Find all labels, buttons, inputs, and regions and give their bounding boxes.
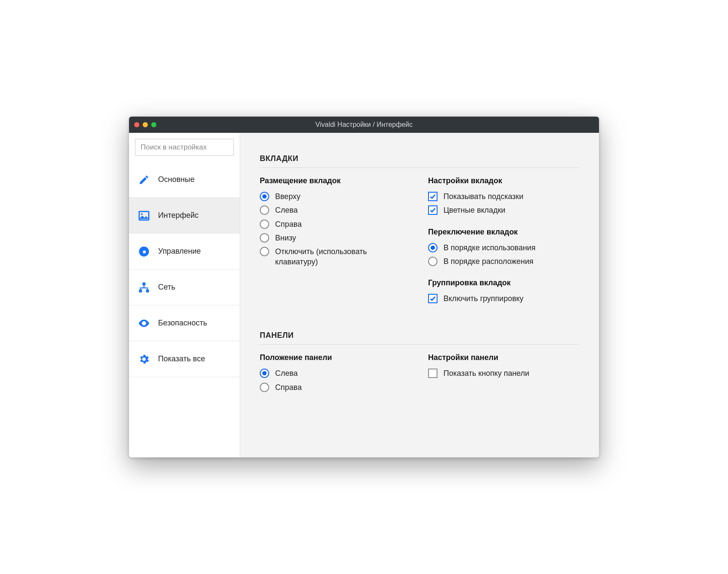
- checkbox-icon: [428, 294, 437, 303]
- radio-icon: [260, 220, 269, 229]
- option-label: Справа: [275, 382, 302, 392]
- radio-switch-position[interactable]: В порядке расположения: [428, 256, 579, 266]
- option-label: Вверху: [275, 191, 300, 202]
- option-label: Внизу: [275, 233, 296, 243]
- tabs-columns: Размещение вкладок Вверху Слева Справа: [260, 176, 579, 307]
- option-label: В порядке использования: [443, 243, 535, 253]
- sidebar: Основные Интерфейс Управление Сеть: [129, 133, 240, 457]
- checkbox-panel-button[interactable]: Показать кнопку панели: [428, 368, 579, 378]
- group-heading: Настройки панели: [428, 353, 579, 362]
- pencil-icon: [138, 173, 150, 186]
- option-label: В порядке расположения: [443, 256, 534, 266]
- gear-icon: [138, 353, 150, 366]
- option-label: Слева: [275, 205, 298, 215]
- section-title-panels: ПАНЕЛИ: [260, 331, 579, 345]
- settings-window: Vivaldi Настройки / Интерфейс Основные И…: [129, 117, 599, 457]
- image-icon: [138, 209, 150, 222]
- panels-right-col: Настройки панели Показать кнопку панели: [428, 353, 579, 396]
- svg-rect-3: [143, 282, 146, 285]
- titlebar: Vivaldi Настройки / Интерфейс: [129, 117, 599, 133]
- tabs-right-col: Настройки вкладок Показывать подсказки Ц…: [428, 176, 579, 307]
- minimize-icon[interactable]: [143, 122, 148, 127]
- svg-point-6: [143, 322, 145, 324]
- maximize-icon[interactable]: [151, 122, 156, 127]
- window-controls: [134, 122, 156, 127]
- option-label: Включить группировку: [443, 293, 523, 304]
- window-title: Vivaldi Настройки / Интерфейс: [129, 121, 599, 129]
- sidebar-item-label: Основные: [158, 175, 194, 184]
- sidebar-item-label: Сеть: [158, 283, 175, 292]
- option-label: Слева: [275, 368, 298, 378]
- checkbox-enable-grouping[interactable]: Включить группировку: [428, 293, 579, 304]
- sidebar-item-label: Управление: [158, 247, 201, 256]
- option-label: Показывать подсказки: [443, 191, 523, 202]
- sidebar-item-label: Безопасность: [158, 319, 207, 328]
- radio-icon: [260, 369, 269, 378]
- svg-rect-5: [146, 289, 149, 292]
- sidebar-item-network[interactable]: Сеть: [129, 269, 240, 305]
- sidebar-item-interface[interactable]: Интерфейс: [129, 198, 240, 234]
- radio-panel-left[interactable]: Слева: [260, 368, 411, 378]
- tab-grouping-group: Группировка вкладок Включить группировку: [428, 278, 579, 304]
- checkbox-icon: [428, 369, 437, 378]
- radio-icon: [260, 192, 269, 201]
- panels-columns: Положение панели Слева Справа Настрой: [260, 353, 579, 396]
- compass-icon: [138, 245, 150, 258]
- group-heading: Переключение вкладок: [428, 228, 579, 237]
- radio-tab-disable[interactable]: Отключить (использовать клавиатуру): [260, 246, 411, 267]
- radio-tab-top[interactable]: Вверху: [260, 191, 411, 202]
- radio-icon: [260, 233, 269, 243]
- option-label: Отключить (использовать клавиатуру): [275, 246, 411, 267]
- close-icon[interactable]: [134, 122, 139, 127]
- checkbox-show-hints[interactable]: Показывать подсказки: [428, 191, 579, 202]
- radio-panel-right[interactable]: Справа: [260, 382, 411, 392]
- option-label: Справа: [275, 219, 302, 229]
- radio-icon: [260, 383, 269, 392]
- panel-settings-group: Настройки панели Показать кнопку панели: [428, 353, 579, 378]
- section-title-tabs: ВКЛАДКИ: [260, 154, 579, 168]
- radio-icon: [428, 243, 437, 252]
- radio-icon: [260, 247, 269, 256]
- radio-switch-usage[interactable]: В порядке использования: [428, 243, 579, 253]
- eye-icon: [138, 317, 150, 330]
- group-heading: Размещение вкладок: [260, 176, 411, 185]
- checkbox-icon: [428, 205, 437, 215]
- sidebar-item-navigation[interactable]: Управление: [129, 234, 240, 269]
- sidebar-item-label: Показать все: [158, 354, 205, 363]
- tab-settings-group: Настройки вкладок Показывать подсказки Ц…: [428, 176, 579, 216]
- radio-icon: [260, 205, 269, 215]
- network-icon: [138, 281, 150, 294]
- search-input[interactable]: [135, 139, 234, 156]
- window-body: Основные Интерфейс Управление Сеть: [129, 133, 599, 457]
- radio-tab-left[interactable]: Слева: [260, 205, 411, 215]
- svg-rect-4: [139, 289, 142, 292]
- svg-point-1: [141, 213, 143, 215]
- panel-position-group: Положение панели Слева Справа: [260, 353, 411, 392]
- group-heading: Положение панели: [260, 353, 411, 362]
- sidebar-item-show-all[interactable]: Показать все: [129, 341, 240, 377]
- option-label: Показать кнопку панели: [443, 368, 529, 378]
- sidebar-item-label: Интерфейс: [158, 211, 199, 220]
- sidebar-item-general[interactable]: Основные: [129, 162, 240, 198]
- panels-left-col: Положение панели Слева Справа: [260, 353, 411, 396]
- radio-tab-right[interactable]: Справа: [260, 219, 411, 229]
- checkbox-icon: [428, 192, 437, 201]
- search-wrap: [129, 133, 240, 162]
- sidebar-item-security[interactable]: Безопасность: [129, 305, 240, 341]
- tabs-left-col: Размещение вкладок Вверху Слева Справа: [260, 176, 411, 307]
- checkbox-color-tabs[interactable]: Цветные вкладки: [428, 205, 579, 215]
- radio-tab-bottom[interactable]: Внизу: [260, 233, 411, 243]
- content-pane: ВКЛАДКИ Размещение вкладок Вверху Слева: [240, 133, 599, 457]
- tab-switching-group: Переключение вкладок В порядке использов…: [428, 228, 579, 267]
- option-label: Цветные вкладки: [443, 205, 505, 215]
- group-heading: Группировка вкладок: [428, 278, 579, 287]
- radio-icon: [428, 257, 437, 266]
- group-heading: Настройки вкладок: [428, 176, 579, 185]
- tab-placement-group: Размещение вкладок Вверху Слева Справа: [260, 176, 411, 267]
